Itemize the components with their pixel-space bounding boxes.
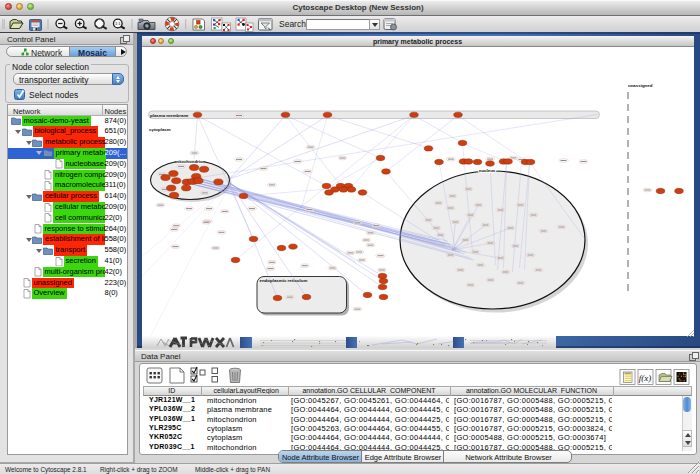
svg-text:plasma membrane: plasma membrane — [150, 113, 189, 118]
svg-text:f(x): f(x) — [638, 373, 651, 383]
svg-text:unassigned: unassigned — [628, 83, 653, 88]
svg-text:nucleus: nucleus — [478, 168, 495, 173]
svg-text:cytoplasm: cytoplasm — [149, 127, 171, 132]
svg-text:1:1: 1:1 — [115, 21, 121, 26]
svg-text:mitochondrion: mitochondrion — [174, 159, 205, 164]
svg-text:Search:: Search: — [279, 19, 308, 29]
svg-text:endoplasmic reticulum: endoplasmic reticulum — [259, 278, 307, 283]
